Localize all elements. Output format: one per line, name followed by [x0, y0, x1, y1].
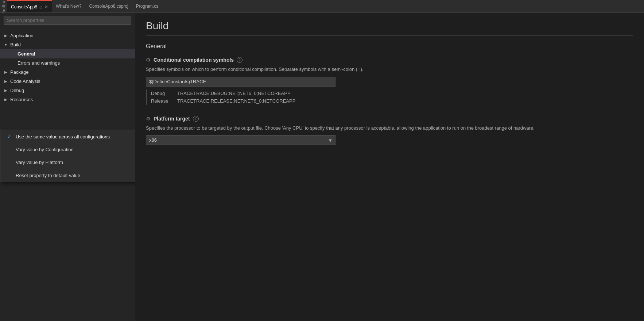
chevron-icon-build: ▼: [4, 43, 8, 47]
nav-label-build: Build: [10, 42, 21, 47]
config-row-conditional-compilation-release: ReleaseTRACETRACE;RELEASE;NET;NET6_0;NET…: [151, 97, 633, 105]
chevron-icon-code-analysis: ▶: [4, 79, 8, 83]
dropdown-item-vary-config[interactable]: Vary value by Configuration: [0, 143, 135, 156]
help-icon-conditional-compilation[interactable]: ?: [237, 57, 243, 63]
tab-csproj[interactable]: ConsoleApp8.csproj: [85, 0, 132, 12]
tab-program[interactable]: Program.cs: [132, 0, 162, 12]
chevron-icon-package: ▶: [4, 70, 8, 74]
tab-pin-consoleapp8[interactable]: ⊡: [39, 5, 42, 9]
gear-icon-platform-target[interactable]: ⚙: [146, 116, 151, 122]
tab-label-csproj: ConsoleApp8.csproj: [89, 4, 128, 9]
property-label-platform-target: Platform target: [154, 116, 190, 122]
property-block-conditional-compilation: ⚙Conditional compilation symbols?Specifi…: [146, 57, 633, 105]
tab-close-consoleapp8[interactable]: ✕: [44, 4, 48, 9]
config-row-conditional-compilation-debug: DebugTRACETRACE;DEBUG;NET;NET6_0;NETCORE…: [151, 89, 633, 97]
help-icon-platform-target[interactable]: ?: [193, 116, 199, 122]
property-label-conditional-compilation: Conditional compilation symbols: [154, 57, 234, 63]
property-header-conditional-compilation: ⚙Conditional compilation symbols?: [146, 57, 633, 63]
toolbox-strip: Toolbox: [0, 0, 7, 12]
nav-label-resources: Resources: [10, 97, 33, 102]
tab-label-consoleapp8: ConsoleApp8: [11, 4, 37, 9]
tab-whatsnew[interactable]: What's New?: [52, 0, 85, 12]
nav-label-build-errors: Errors and warnings: [18, 60, 60, 66]
nav-item-resources[interactable]: ▶Resources: [0, 95, 135, 104]
check-icon-same-value: ✓: [6, 134, 12, 140]
property-desc-conditional-compilation: Specifies symbols on which to perform co…: [146, 66, 633, 73]
tab-consoleapp8[interactable]: ConsoleApp8⊡✕: [7, 0, 52, 12]
chevron-icon-debug: ▶: [4, 88, 8, 92]
nav-label-debug: Debug: [10, 88, 24, 93]
nav-label-build-general: General: [18, 51, 35, 57]
tab-bar: Toolbox ConsoleApp8⊡✕What's New?ConsoleA…: [0, 0, 644, 13]
page-title: Build: [146, 20, 633, 36]
dropdown-label-vary-config: Vary value by Configuration: [16, 147, 74, 152]
section-title: General: [146, 43, 633, 50]
nav-item-code-analysis[interactable]: ▶Code Analysis: [0, 77, 135, 86]
config-values-conditional-compilation: DebugTRACETRACE;DEBUG;NET;NET6_0;NETCORE…: [146, 89, 633, 105]
platform-select-platform-target[interactable]: Any CPUx86x64ARMARM64: [146, 135, 335, 145]
dropdown-label-vary-platform: Vary value by Platform: [16, 160, 63, 165]
dropdown-menu: ✓Use the same value across all configura…: [0, 130, 135, 182]
dropdown-item-reset[interactable]: Reset property to default value: [0, 169, 135, 182]
nav-label-application: Application: [10, 33, 34, 38]
nav-item-application[interactable]: ▶Application: [0, 31, 135, 40]
config-key-conditional-compilation-debug: Debug: [151, 91, 173, 96]
tab-label-program: Program.cs: [136, 4, 158, 9]
nav-item-build-general[interactable]: General: [0, 49, 135, 58]
search-box: [0, 13, 135, 28]
chevron-icon-resources: ▶: [4, 98, 8, 102]
content-area: Build General ⚙Conditional compilation s…: [135, 13, 644, 321]
nav-label-package: Package: [10, 69, 29, 75]
gear-icon-conditional-compilation[interactable]: ⚙: [146, 57, 151, 63]
chevron-icon-application: ▶: [4, 34, 8, 38]
nav-item-package[interactable]: ▶Package: [0, 68, 135, 77]
config-key-conditional-compilation-release: Release: [151, 98, 173, 104]
nav-label-code-analysis: Code Analysis: [10, 79, 40, 84]
dropdown-item-vary-platform[interactable]: Vary value by Platform: [0, 156, 135, 169]
select-wrap-platform-target: Any CPUx86x64ARMARM64▼: [146, 135, 335, 145]
nav-item-debug[interactable]: ▶Debug: [0, 86, 135, 95]
property-block-platform-target: ⚙Platform target?Specifies the processor…: [146, 116, 633, 145]
property-desc-platform-target: Specifies the processor to be targeted b…: [146, 125, 633, 132]
config-value-conditional-compilation-release: TRACETRACE;RELEASE;NET;NET6_0;NETCOREAPP: [177, 98, 295, 104]
tab-label-whatsnew: What's New?: [56, 4, 81, 9]
nav-item-build[interactable]: ▼Build: [0, 40, 135, 49]
sidebar: ▶Application▼BuildGeneralErrors and warn…: [0, 13, 135, 321]
search-input[interactable]: [4, 16, 131, 25]
toolbox-label: Toolbox: [1, 0, 6, 14]
dropdown-item-same-value[interactable]: ✓Use the same value across all configura…: [0, 130, 135, 143]
property-header-platform-target: ⚙Platform target?: [146, 116, 633, 122]
property-input-conditional-compilation[interactable]: [146, 77, 335, 87]
nav-item-build-errors[interactable]: Errors and warnings: [0, 58, 135, 68]
main-area: ▶Application▼BuildGeneralErrors and warn…: [0, 13, 644, 321]
config-value-conditional-compilation-debug: TRACETRACE;DEBUG;NET;NET6_0;NETCOREAPP: [177, 91, 291, 96]
dropdown-label-same-value: Use the same value across all configurat…: [16, 134, 110, 140]
properties-container: ⚙Conditional compilation symbols?Specifi…: [146, 57, 633, 145]
dropdown-label-reset: Reset property to default value: [16, 173, 80, 178]
